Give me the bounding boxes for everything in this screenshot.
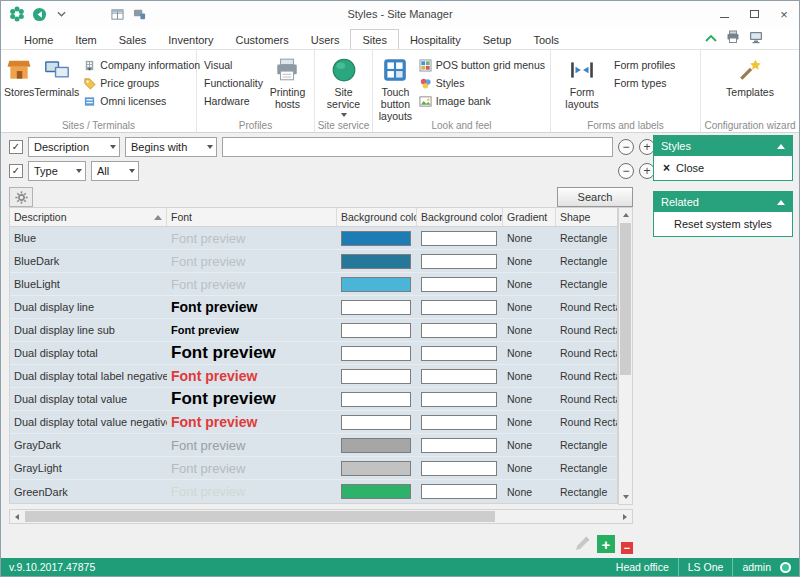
tab-hospitality[interactable]: Hospitality (399, 30, 472, 49)
table-row[interactable]: BlueFont previewNoneRectangle (10, 227, 617, 250)
maximize-button[interactable] (739, 1, 769, 27)
touch-button-layouts-button[interactable]: Touch button layouts (376, 53, 415, 122)
tab-setup[interactable]: Setup (472, 30, 523, 49)
remove-button[interactable]: − (621, 542, 633, 554)
vertical-scrollbar-thumb[interactable] (620, 223, 631, 375)
table-view-icon[interactable] (107, 4, 127, 24)
site-service-button[interactable]: Site service (318, 53, 369, 117)
hardware-profile-button[interactable]: Hardware (204, 94, 262, 108)
close-button[interactable]: × (769, 1, 799, 27)
filter2-field-dropdown[interactable]: Type (28, 161, 86, 181)
visual-profile-button[interactable]: Visual (204, 58, 262, 72)
related-panel-header[interactable]: Related (654, 192, 792, 212)
cell-shape: Rectangle (556, 457, 617, 479)
styles-icon (419, 77, 432, 90)
filter1-value-input[interactable] (222, 137, 613, 157)
collapse-ribbon-icon[interactable] (705, 32, 717, 44)
column-header-background-color[interactable]: Background color (337, 208, 417, 226)
switch-view-icon[interactable] (749, 30, 763, 46)
close-action[interactable]: × Close (654, 156, 792, 180)
tab-inventory[interactable]: Inventory (157, 30, 224, 49)
tab-sites[interactable]: Sites (350, 29, 398, 50)
price-groups-button[interactable]: Price groups (83, 76, 200, 90)
remove-filter-row-button[interactable]: − (618, 139, 634, 155)
table-row[interactable]: Dual display total value negativeFont pr… (10, 411, 617, 434)
column-header-font[interactable]: Font (167, 208, 337, 226)
tab-customers[interactable]: Customers (225, 30, 300, 49)
reset-system-styles-action[interactable]: Reset system styles (654, 212, 792, 236)
tab-sales[interactable]: Sales (108, 30, 158, 49)
table-row[interactable]: BlueLightFont previewNoneRectangle (10, 273, 617, 296)
gear-icon (15, 191, 28, 204)
column-header-shape[interactable]: Shape (556, 208, 617, 226)
cell-background-color (337, 480, 417, 503)
scroll-down-icon[interactable] (619, 490, 632, 504)
scroll-up-icon[interactable] (619, 208, 632, 222)
omni-licenses-button[interactable]: Omni licenses (83, 94, 200, 108)
styles-button[interactable]: Styles (419, 76, 545, 90)
scroll-right-icon[interactable] (618, 510, 632, 523)
filter1-operator-dropdown[interactable]: Begins with (125, 137, 217, 157)
cell-description: BlueLight (10, 273, 167, 295)
table-row[interactable]: GreenDarkFont previewNoneRectangle (10, 480, 617, 503)
column-header-description[interactable]: Description (10, 208, 167, 226)
remove-filter-row-button[interactable]: − (618, 163, 634, 179)
filter1-checkbox[interactable]: ✓ (9, 140, 23, 154)
table-row[interactable]: Dual display total valueFont previewNone… (10, 388, 617, 411)
table-row[interactable]: Dual display line subFont previewNoneRou… (10, 319, 617, 342)
table-row[interactable]: Dual display lineFont previewNoneRound R… (10, 296, 617, 319)
color-swatch (421, 254, 497, 269)
vertical-scrollbar[interactable] (618, 207, 633, 505)
filter2-checkbox[interactable]: ✓ (9, 164, 23, 178)
product-label: LS One (688, 561, 724, 573)
table-row[interactable]: BlueDarkFont previewNoneRectangle (10, 250, 617, 273)
scroll-left-icon[interactable] (10, 510, 24, 523)
column-header-gradient[interactable]: Gradient (503, 208, 556, 226)
printing-hosts-button[interactable]: Printing hosts (264, 53, 311, 110)
user-label: admin (742, 561, 771, 573)
table-row[interactable]: GrayDarkFont previewNoneRectangle (10, 434, 617, 457)
functionality-profile-button[interactable]: Functionality (204, 76, 262, 90)
table-row[interactable]: Dual display totalFont previewNoneRound … (10, 342, 617, 365)
cell-shape: Rectangle (556, 480, 617, 503)
tab-home[interactable]: Home (13, 30, 64, 49)
filter1-field-dropdown[interactable]: Description (28, 137, 120, 157)
company-information-button[interactable]: Company information (83, 58, 200, 72)
styles-panel-header[interactable]: Styles (654, 136, 792, 156)
cell-background-color (337, 296, 417, 318)
color-swatch (341, 438, 411, 453)
table-row[interactable]: GrayLightFont previewNoneRectangle (10, 457, 617, 480)
horizontal-scrollbar-thumb[interactable] (25, 511, 495, 522)
print-icon[interactable] (726, 30, 740, 46)
add-button[interactable]: + (597, 535, 615, 553)
minimize-button[interactable] (709, 1, 739, 27)
stores-button[interactable]: Stores (4, 53, 34, 98)
tab-tools[interactable]: Tools (522, 30, 570, 49)
cell-background-color-2 (417, 480, 503, 503)
templates-button[interactable]: Templates (720, 53, 780, 98)
ribbon-group-label: Configuration wizard (701, 120, 799, 131)
form-layouts-button[interactable]: Form layouts (554, 53, 610, 110)
table-row[interactable]: Dual display total label negativeFont pr… (10, 365, 617, 388)
back-button[interactable] (29, 4, 49, 24)
tab-item[interactable]: Item (64, 30, 107, 49)
horizontal-scrollbar[interactable] (9, 509, 633, 524)
search-button[interactable]: Search (557, 187, 633, 207)
form-types-button[interactable]: Form types (614, 76, 675, 90)
column-header-background-color-2[interactable]: Background color 2 (417, 208, 503, 226)
pos-button-grid-menus-button[interactable]: POS button grid menus (419, 58, 545, 72)
image-bank-button[interactable]: Image bank (419, 94, 545, 108)
filter-settings-button[interactable] (9, 187, 33, 207)
form-profiles-button[interactable]: Form profiles (614, 58, 675, 72)
terminals-button[interactable]: Terminals (34, 53, 79, 98)
tab-users[interactable]: Users (300, 30, 351, 49)
cell-gradient: None (503, 411, 556, 433)
quick-access-chevron-icon[interactable] (51, 4, 71, 24)
devices-icon[interactable] (129, 4, 149, 24)
filter2-value-dropdown[interactable]: All (91, 161, 139, 181)
color-swatch (341, 231, 411, 246)
cell-background-color (337, 434, 417, 456)
color-swatch (421, 346, 497, 361)
ribbon-group-configuration-wizard: Templates Configuration wizard (701, 50, 799, 132)
edit-button[interactable] (574, 535, 591, 552)
